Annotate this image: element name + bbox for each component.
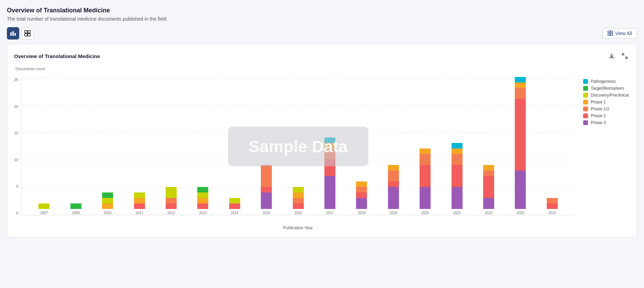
svg-rect-6: [28, 34, 30, 36]
bar-segment-phase3: [452, 187, 463, 209]
bar-stack[interactable]: [166, 187, 177, 209]
download-button[interactable]: [607, 51, 617, 61]
bar-group: 2022: [483, 165, 494, 215]
bar-year-label: 2010: [104, 211, 111, 215]
bar-segment-phase1: [452, 148, 463, 154]
table-view-button[interactable]: [21, 27, 34, 40]
bar-stack[interactable]: [356, 181, 367, 209]
bar-stack[interactable]: [515, 77, 526, 209]
toolbar-left: [7, 27, 34, 40]
bar-year-label: 2021: [453, 211, 460, 215]
bar-segment-phase2: [261, 187, 272, 192]
bar-stack[interactable]: [197, 187, 208, 209]
bar-group: 2007: [38, 203, 49, 215]
bar-stack[interactable]: [483, 165, 494, 209]
bar-segment-phase2: [324, 159, 335, 176]
bar-segment-phase2: [452, 165, 463, 187]
bar-stack[interactable]: [229, 198, 240, 209]
y-tick: 5: [16, 184, 18, 188]
bar-stack[interactable]: [102, 192, 113, 209]
bar-group: 2021: [452, 143, 463, 215]
bar-segment-phase3: [356, 198, 367, 209]
bar-segment-phase2: [356, 192, 367, 198]
bar-segment-target: [70, 203, 81, 209]
bar-group: 2010: [102, 192, 113, 215]
legend-label: Discovery/Preclinical: [591, 93, 629, 98]
legend-item: Phase 3: [583, 120, 630, 125]
legend-label: Phase 1: [591, 100, 606, 104]
legend-item: Pathogenesis: [583, 79, 630, 84]
y-tick: 25: [14, 78, 18, 82]
bar-year-label: 2007: [40, 211, 48, 215]
bar-segment-target: [102, 192, 113, 198]
page-container: Overview of Translational Medicine The t…: [7, 7, 637, 237]
chart-with-legend: 2520151050 20072009201020112012201320142…: [14, 72, 630, 230]
svg-rect-5: [25, 34, 27, 36]
toolbar: View All: [7, 27, 637, 40]
chart-card-actions: [607, 51, 630, 61]
bar-segment-phase1: [515, 82, 526, 88]
bar-stack[interactable]: [452, 143, 463, 209]
bar-stack[interactable]: [38, 203, 49, 209]
bar-segment-phase12: [483, 170, 494, 176]
bar-stack[interactable]: [293, 187, 304, 209]
bar-segment-phase2: [197, 203, 208, 209]
bars-container: 2007200920102011201220132014201520162017…: [21, 78, 575, 215]
download-icon: [609, 53, 615, 59]
chart-main: 2007200920102011201220132014201520162017…: [21, 72, 575, 230]
bar-segment-phase2: [547, 203, 558, 209]
bar-group: 2015: [261, 165, 272, 215]
bar-segment-phase2: [420, 165, 431, 187]
bar-year-label: 2011: [135, 211, 143, 215]
bar-segment-phase12: [356, 187, 367, 192]
bar-stack[interactable]: [70, 203, 81, 209]
expand-button[interactable]: [620, 51, 630, 61]
legend-label: Phase 2: [591, 113, 606, 118]
bar-stack[interactable]: [261, 165, 272, 209]
bar-segment-phase3: [324, 176, 335, 209]
bar-segment-phase2: [229, 203, 240, 209]
bar-stack[interactable]: [388, 165, 399, 209]
bar-year-label: 2019: [390, 211, 397, 215]
view-all-icon: [608, 31, 613, 36]
bar-segment-phase2: [293, 203, 304, 209]
bar-segment-phase3: [483, 198, 494, 209]
bar-stack[interactable]: [420, 148, 431, 209]
legend-color-box: [583, 100, 588, 104]
view-all-button[interactable]: View All: [602, 28, 637, 38]
bar-segment-phase2: [388, 181, 399, 187]
bar-segment-discovery: [134, 192, 145, 198]
chart-body: 2520151050 20072009201020112012201320142…: [14, 72, 575, 230]
bar-year-label: 2024: [548, 211, 556, 215]
bar-stack[interactable]: [324, 137, 335, 209]
svg-rect-9: [608, 34, 610, 35]
bar-stack[interactable]: [547, 198, 558, 209]
bar-segment-phase1: [293, 192, 304, 198]
bar-stack[interactable]: [134, 192, 145, 209]
bar-segment-discovery: [229, 198, 240, 203]
bar-segment-phase2: [515, 99, 526, 170]
bar-year-label: 2022: [485, 211, 492, 215]
bar-segment-discovery: [197, 192, 208, 198]
page-title: Overview of Translational Medicine: [7, 7, 637, 14]
grid-line: [21, 215, 575, 215]
bar-group: 2011: [134, 192, 145, 215]
bar-segment-phase1: [420, 148, 431, 154]
bar-segment-phase12: [261, 165, 272, 187]
bar-segment-discovery: [166, 187, 177, 198]
bar-segment-discovery: [38, 203, 49, 209]
legend-color-box: [583, 113, 588, 118]
y-tick: 0: [16, 211, 18, 215]
y-tick: 10: [14, 158, 18, 162]
bar-group: 2017: [324, 137, 335, 215]
bar-segment-phase1: [134, 198, 145, 203]
page-header: Overview of Translational Medicine The t…: [7, 7, 637, 22]
expand-icon: [622, 53, 628, 59]
bar-segment-phase12: [166, 198, 177, 203]
bar-chart-view-button[interactable]: [7, 27, 19, 40]
legend-color-box: [583, 120, 588, 125]
bar-year-label: 2017: [326, 211, 334, 215]
svg-rect-10: [611, 34, 613, 35]
bar-segment-phase12: [420, 154, 431, 165]
bar-group: 2013: [197, 187, 208, 215]
